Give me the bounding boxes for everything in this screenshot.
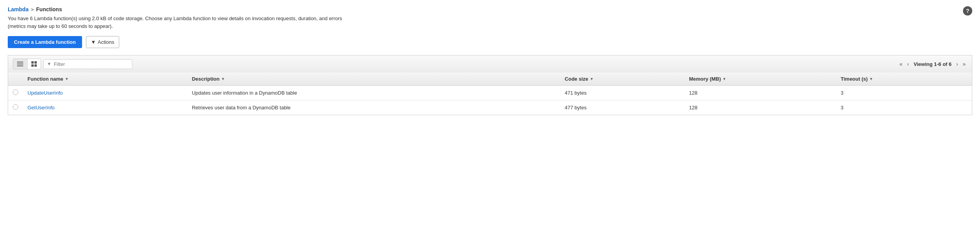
svg-rect-3: [31, 61, 34, 64]
breadcrumb-separator: >: [31, 7, 34, 12]
filter-input-wrap: ▼: [43, 59, 132, 69]
view-toggle: [13, 59, 41, 69]
svg-rect-0: [17, 62, 23, 62]
timeout-sort-icon: ▼: [869, 77, 873, 81]
row-memory-0: 128: [684, 86, 836, 100]
next-page-button[interactable]: ›: [955, 60, 960, 68]
col-code-size[interactable]: Code size ▼: [560, 73, 684, 86]
memory-sort-icon: ▼: [723, 77, 726, 81]
page-description: You have 6 Lambda function(s) using 2.0 …: [8, 15, 356, 30]
col-timeout[interactable]: Timeout (s) ▼: [836, 73, 972, 86]
function-name-link-0[interactable]: UpdateUserInfo: [27, 90, 63, 96]
svg-rect-4: [34, 61, 37, 64]
svg-rect-2: [17, 66, 23, 66]
toolbar-left: ▼: [13, 59, 132, 69]
row-radio-1[interactable]: [13, 104, 18, 110]
row-timeout-1: 3: [836, 100, 972, 115]
list-view-button[interactable]: [13, 59, 27, 69]
col-memory[interactable]: Memory (MB) ▼: [684, 73, 836, 86]
col-function-name[interactable]: Function name ▼: [23, 73, 187, 86]
function-name-sort-icon: ▼: [65, 77, 69, 81]
breadcrumb-lambda-link[interactable]: Lambda: [8, 6, 29, 12]
chevron-down-icon: ▼: [91, 39, 96, 45]
table-row: GetUserInfo Retrieves user data from a D…: [8, 100, 972, 115]
filter-input[interactable]: [54, 61, 129, 67]
functions-table-wrap: Function name ▼ Description ▼ Code size …: [8, 73, 972, 115]
row-select-0[interactable]: [8, 86, 23, 100]
row-description-1: Retrieves user data from a DynamoDB tabl…: [187, 100, 560, 115]
row-radio-0[interactable]: [13, 90, 18, 95]
col-select: [8, 73, 23, 86]
row-function-name-1[interactable]: GetUserInfo: [23, 100, 187, 115]
row-select-1[interactable]: [8, 100, 23, 115]
list-icon: [17, 62, 23, 66]
svg-rect-5: [31, 64, 34, 67]
table-toolbar: ▼ « ‹ Viewing 1-6 of 6 › »: [8, 55, 972, 73]
col-description[interactable]: Description ▼: [187, 73, 560, 86]
row-code-size-1: 477 bytes: [560, 100, 684, 115]
grid-view-button[interactable]: [27, 59, 41, 69]
row-description-0: Updates user information in a DynamoDB t…: [187, 86, 560, 100]
grid-icon: [31, 61, 37, 67]
actions-row: Create a Lambda function ▼ Actions: [8, 36, 972, 48]
row-function-name-0[interactable]: UpdateUserInfo: [23, 86, 187, 100]
create-function-button[interactable]: Create a Lambda function: [8, 36, 82, 48]
help-icon[interactable]: ?: [963, 6, 972, 16]
table-header: Function name ▼ Description ▼ Code size …: [8, 73, 972, 86]
function-name-link-1[interactable]: GetUserInfo: [27, 105, 55, 111]
last-page-button[interactable]: »: [961, 60, 967, 68]
pager-text: Viewing 1-6 of 6: [914, 61, 952, 67]
table-body: UpdateUserInfo Updates user information …: [8, 86, 972, 115]
svg-rect-6: [34, 64, 37, 67]
first-page-button[interactable]: «: [898, 60, 904, 68]
description-sort-icon: ▼: [221, 77, 225, 81]
breadcrumb: Lambda > Functions: [8, 6, 972, 12]
toolbar-right: « ‹ Viewing 1-6 of 6 › »: [898, 60, 967, 68]
svg-rect-1: [17, 64, 23, 64]
row-code-size-0: 471 bytes: [560, 86, 684, 100]
breadcrumb-current: Functions: [36, 6, 62, 12]
row-timeout-0: 3: [836, 86, 972, 100]
filter-icon: ▼: [47, 61, 51, 67]
code-size-sort-icon: ▼: [590, 77, 594, 81]
functions-table: Function name ▼ Description ▼ Code size …: [8, 73, 972, 115]
row-memory-1: 128: [684, 100, 836, 115]
actions-button[interactable]: ▼ Actions: [86, 36, 120, 48]
prev-page-button[interactable]: ‹: [906, 60, 911, 68]
table-row: UpdateUserInfo Updates user information …: [8, 86, 972, 100]
